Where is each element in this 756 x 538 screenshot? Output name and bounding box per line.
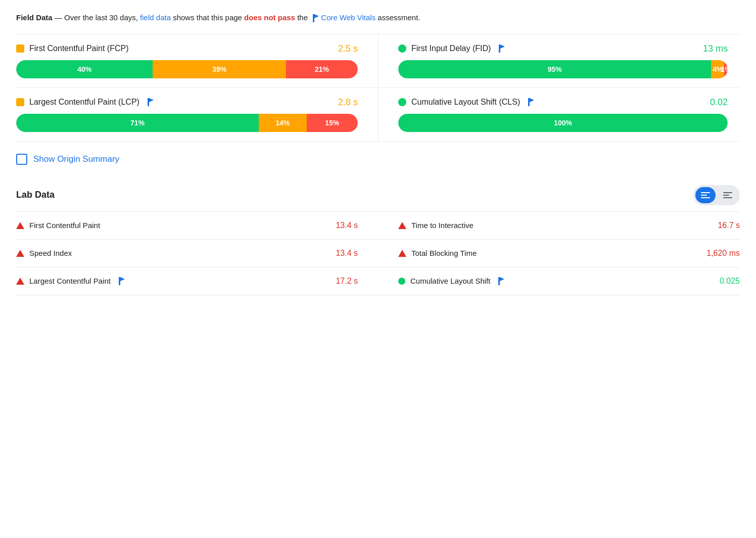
lab-metric-row-lab-tbt: Total Blocking Time1,620 ms (378, 240, 740, 267)
metric-header-fcp: First Contentful Paint (FCP)2.5 s (16, 43, 358, 54)
metric-value-cls: 0.02 (710, 97, 728, 108)
metric-title-group-fcp: First Contentful Paint (FCP) (16, 44, 129, 53)
stacked-bar-fid: 95%4%1% (398, 60, 728, 78)
field-data-header: Field Data — Over the last 30 days, fiel… (16, 12, 740, 24)
lab-title-text-lab-fcp: First Contentful Paint (29, 221, 100, 230)
lab-data-header: Lab Data (16, 185, 740, 205)
metric-value-lcp: 2.8 s (338, 97, 358, 108)
metric-icon-lcp (16, 98, 24, 106)
bar-segment-fid-0: 95% (398, 60, 711, 78)
lab-metric-row-lab-cls: Cumulative Layout Shift0.025 (378, 267, 740, 295)
metric-title-group-cls: Cumulative Layout Shift (CLS) (398, 98, 534, 107)
metric-cell-cls: Cumulative Layout Shift (CLS)0.02100% (378, 88, 740, 142)
bar-segment-lcp-1: 14% (259, 114, 307, 132)
lab-title-text-lab-si: Speed Index (29, 249, 72, 257)
stacked-bar-fcp: 40%39%21% (16, 60, 358, 78)
metric-title-group-fid: First Input Delay (FID) (398, 44, 505, 53)
metric-header-lcp: Largest Contentful Paint (LCP)2.8 s (16, 97, 358, 108)
metric-value-fcp: 2.5 s (338, 43, 358, 54)
lab-metric-value-lab-fcp: 13.4 s (336, 221, 358, 230)
bar-segment-lcp-0: 71% (16, 114, 259, 132)
field-data-description-pre: — Over the last 30 days, (55, 13, 138, 22)
fail-text: does not pass (244, 13, 295, 22)
metric-value-fid: 13 ms (703, 43, 728, 54)
lab-metric-value-lab-cls: 0.025 (720, 277, 740, 286)
metric-title-group-lcp: Largest Contentful Paint (LCP) (16, 98, 154, 107)
svg-rect-6 (528, 98, 530, 106)
svg-rect-4 (148, 98, 149, 106)
bar-segment-cls-0: 100% (398, 114, 728, 132)
metric-title-lcp: Largest Contentful Paint (LCP) (29, 98, 139, 107)
metric-title-fcp: First Contentful Paint (FCP) (29, 44, 129, 53)
table-view-button[interactable] (718, 187, 738, 203)
lab-title-text-lab-tti: Time to Interactive (411, 221, 474, 230)
lab-metric-row-lab-lcp: Largest Contentful Paint17.2 s (16, 267, 378, 295)
triangle-icon-lab-tti (398, 222, 406, 229)
metric-title-fid: First Input Delay (FID) (411, 44, 491, 53)
svg-marker-5 (149, 98, 154, 102)
lab-title-text-lab-tbt: Total Blocking Time (411, 249, 477, 257)
bar-segment-fcp-0: 40% (16, 60, 153, 78)
metric-title-cls: Cumulative Layout Shift (CLS) (411, 98, 520, 107)
bar-segment-lcp-2: 15% (307, 114, 358, 132)
origin-summary-checkbox[interactable] (16, 154, 27, 165)
lab-metric-value-lab-tti: 16.7 s (718, 221, 740, 230)
flag-icon-fid (498, 44, 505, 53)
svg-marker-7 (530, 98, 534, 102)
view-toggle (693, 185, 740, 205)
triangle-icon-lab-si (16, 250, 24, 257)
field-metrics-grid: First Contentful Paint (FCP)2.5 s40%39%2… (16, 34, 740, 142)
svg-rect-2 (499, 44, 500, 53)
lab-flag-icon-lab-lcp (118, 277, 125, 285)
stacked-bar-cls: 100% (398, 114, 728, 132)
lab-metric-value-lab-si: 13.4 s (336, 249, 358, 258)
flag-icon-cls (527, 98, 534, 106)
svg-marker-11 (500, 277, 504, 281)
metric-icon-fid (398, 44, 406, 53)
lab-title-text-lab-lcp: Largest Contentful Paint (29, 277, 111, 285)
lab-flag-icon-lab-cls (497, 277, 504, 285)
lab-metric-row-lab-si: Speed Index13.4 s (16, 240, 378, 267)
lab-metrics-grid: First Contentful Paint13.4 sTime to Inte… (16, 211, 740, 295)
bar-segment-fid-2: 1% (724, 60, 728, 78)
lab-metric-row-lab-fcp: First Contentful Paint13.4 s (16, 212, 378, 240)
field-metrics-wrapper: First Contentful Paint (FCP)2.5 s40%39%2… (16, 34, 740, 142)
svg-marker-1 (314, 14, 319, 18)
lab-metric-title-group-lab-cls: Cumulative Layout Shift (398, 277, 504, 285)
lab-metric-title-group-lab-tti: Time to Interactive (398, 221, 474, 230)
svg-rect-8 (119, 277, 120, 285)
description-post-pre: the (297, 13, 308, 22)
metric-cell-fid: First Input Delay (FID)13 ms95%4%1% (378, 34, 740, 88)
core-web-flag-icon (312, 14, 319, 22)
origin-summary-label[interactable]: Show Origin Summary (33, 154, 119, 164)
triangle-icon-lab-lcp (16, 278, 24, 285)
svg-marker-3 (500, 44, 505, 49)
metric-cell-lcp: Largest Contentful Paint (LCP)2.8 s71%14… (16, 88, 378, 142)
field-data-link[interactable]: field data (140, 13, 171, 22)
field-data-label: Field Data (16, 13, 53, 22)
lab-metric-value-lab-lcp: 17.2 s (336, 277, 358, 286)
core-web-vitals-link[interactable]: Core Web Vitals (321, 13, 375, 22)
lab-data-title: Lab Data (16, 190, 55, 200)
svg-marker-9 (120, 277, 125, 281)
bar-segment-fcp-1: 39% (153, 60, 286, 78)
list-view-button[interactable] (695, 187, 716, 203)
metric-header-cls: Cumulative Layout Shift (CLS)0.02 (398, 97, 728, 108)
origin-summary-row: Show Origin Summary (16, 142, 740, 173)
lab-metric-title-group-lab-tbt: Total Blocking Time (398, 249, 477, 257)
svg-rect-10 (498, 277, 500, 285)
metric-icon-fcp (16, 44, 24, 53)
lab-metric-title-group-lab-lcp: Largest Contentful Paint (16, 277, 125, 285)
lab-metric-row-lab-tti: Time to Interactive16.7 s (378, 212, 740, 240)
lab-data-section: Lab Data First Contentful Paint13.4 sTim… (16, 185, 740, 295)
lab-metric-title-group-lab-si: Speed Index (16, 249, 72, 257)
triangle-icon-lab-fcp (16, 222, 24, 229)
triangle-icon-lab-tbt (398, 250, 406, 257)
field-data-mid: shows that this page (173, 13, 242, 22)
list-view-icon (701, 192, 710, 198)
lab-title-text-lab-cls: Cumulative Layout Shift (410, 277, 490, 285)
description-end: assessment. (377, 13, 420, 22)
metric-header-fid: First Input Delay (FID)13 ms (398, 43, 728, 54)
lab-metric-title-group-lab-fcp: First Contentful Paint (16, 221, 100, 230)
bar-segment-fcp-2: 21% (286, 60, 358, 78)
